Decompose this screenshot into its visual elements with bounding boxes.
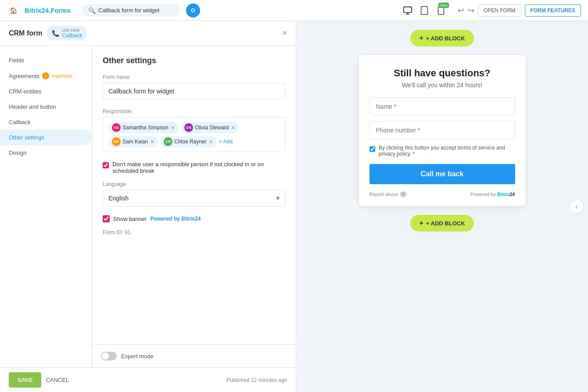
search-bar[interactable]: 🔍	[82, 5, 179, 16]
remove-ss-button[interactable]: ×	[171, 124, 175, 131]
user-name-os: Olivia Steward	[195, 125, 229, 131]
expert-mode-toggle[interactable]	[101, 352, 117, 360]
dont-make-responsible-checkbox[interactable]	[103, 162, 109, 169]
sidebar-item-design[interactable]: Design	[0, 145, 92, 160]
cancel-button[interactable]: CANCEL	[46, 377, 69, 383]
crm-form-title: CRM form	[9, 29, 42, 37]
widget-name-input[interactable]	[369, 97, 515, 116]
topbar-actions: ↩ ↪ OPEN FORM FORM FEATURES	[458, 4, 581, 17]
responsible-container: SS Samantha Simpson × OS Olivia Steward …	[103, 117, 285, 152]
content-area: Other settings Form name Responsible SS …	[92, 46, 296, 344]
widget-title: Still have questions?	[369, 68, 515, 79]
sidebar-item-header-and-button[interactable]: Header and button	[0, 99, 92, 114]
form-name-group: Form name	[103, 74, 285, 100]
user-name-cr: Chloe Rayner	[174, 139, 206, 145]
home-icon[interactable]: 🏠	[7, 4, 19, 17]
desktop-icon[interactable]	[402, 4, 414, 17]
avatar-ss: SS	[112, 123, 121, 132]
widget-card: Still have questions? We'll call you wit…	[359, 55, 526, 206]
mobile-icon-wrapper: New	[435, 4, 447, 17]
show-banner-label: Show banner	[113, 216, 147, 222]
expert-mode-label: Expert mode	[121, 353, 154, 360]
dont-make-responsible-label: Don't make user a responsible person if …	[112, 161, 285, 174]
add-block-bottom-button[interactable]: + + ADD BLOCK	[410, 215, 473, 232]
responsible-tag-os: OS Olivia Steward ×	[181, 122, 239, 133]
responsible-label: Responsible	[103, 108, 285, 114]
widget-call-back-button[interactable]: Call me back	[369, 164, 515, 184]
responsible-tag-cr: CR Chloe Rayner ×	[160, 136, 216, 147]
responsible-tag-ss: SS Samantha Simpson ×	[108, 122, 178, 133]
powered-by-widget: Powered by Bitrix24	[470, 192, 515, 197]
chevron-left-button[interactable]: ‹	[570, 200, 584, 214]
use-case-text: use case	[62, 28, 82, 32]
report-abuse-label: Report abuse	[369, 192, 398, 197]
help-icon: ?	[400, 191, 406, 197]
sidebar-item-other-settings[interactable]: Other settings	[0, 130, 92, 145]
svg-rect-3	[421, 6, 428, 14]
remove-sk-button[interactable]: ×	[151, 138, 154, 145]
bitrix24-powered-label: Bitrix24	[181, 216, 201, 222]
avatar-sk: SK	[112, 137, 121, 146]
form-name-label: Form name	[103, 74, 285, 80]
form-features-button[interactable]: FORM FEATURES	[525, 4, 581, 17]
avatar-cr: CR	[164, 137, 172, 146]
undo-button[interactable]: ↩	[458, 6, 464, 15]
plus-icon-bottom: +	[419, 219, 423, 227]
language-select-wrapper: English French German Spanish ▼	[103, 190, 285, 207]
search-input[interactable]	[98, 7, 164, 14]
bitrix-blue-label: Bitrix	[497, 192, 509, 197]
widget-subtitle: We'll call you within 24 hours!	[369, 82, 515, 89]
sidebar-nav: Fields Agreements i important CRM entiti…	[0, 46, 92, 367]
language-group: Language English French German Spanish ▼	[103, 181, 285, 207]
form-name-input[interactable]	[103, 83, 285, 100]
redo-button[interactable]: ↪	[468, 6, 474, 15]
powered-by-label: Powered by Bitrix24	[151, 216, 201, 222]
user-name-ss: Samantha Simpson	[122, 125, 169, 131]
sidebar-item-agreements[interactable]: Agreements i important	[0, 68, 92, 84]
language-label: Language	[103, 181, 285, 187]
content-title: Other settings	[103, 56, 285, 65]
user-name-sk: Sam Kwan	[122, 139, 148, 145]
add-block-bottom-label: + ADD BLOCK	[426, 220, 465, 227]
main-content: CRM form 📞 use case Callback × Fields Ag…	[0, 21, 588, 392]
published-info: Published 12 minutes ago	[226, 377, 287, 383]
report-abuse-link[interactable]: Report abuse ?	[369, 191, 406, 197]
use-case-label: Callback	[62, 32, 82, 39]
add-responsible-button[interactable]: + Add	[219, 139, 233, 145]
language-select[interactable]: English French German Spanish	[103, 190, 285, 207]
sidebar-item-fields[interactable]: Fields	[0, 53, 92, 68]
close-button[interactable]: ×	[282, 29, 287, 38]
phone-icon: 📞	[52, 30, 59, 37]
open-form-button[interactable]: OPEN FORM	[478, 4, 521, 17]
bitrix-24-label: 24	[509, 192, 515, 197]
add-block-top-button[interactable]: + + ADD BLOCK	[410, 30, 473, 46]
show-banner-checkbox[interactable]	[103, 215, 110, 222]
remove-cr-button[interactable]: ×	[209, 138, 213, 145]
widget-phone-input[interactable]	[369, 121, 515, 139]
widget-footer: Report abuse ? Powered by Bitrix24	[369, 191, 515, 197]
right-panel: + + ADD BLOCK Still have questions? We'l…	[296, 21, 588, 392]
important-badge: i	[42, 72, 49, 79]
sidebar-item-crm-entities[interactable]: CRM entities	[0, 84, 92, 99]
tablet-icon[interactable]	[418, 4, 430, 17]
dont-make-responsible-row: Don't make user a responsible person if …	[103, 161, 285, 174]
topbar: 🏠 Bitrix24.Forms 🔍 O New ↩ ↪ OPEN FORM F…	[0, 0, 588, 21]
bottom-bar: SAVE CANCEL Published 12 minutes ago	[0, 367, 296, 392]
remove-os-button[interactable]: ×	[231, 124, 235, 131]
left-panel-header: CRM form 📞 use case Callback ×	[0, 21, 296, 46]
avatar: O	[186, 4, 200, 18]
expert-mode-bar: Expert mode	[92, 344, 296, 367]
search-icon: 🔍	[88, 7, 96, 14]
show-banner-row: Show banner Powered by Bitrix24	[103, 215, 285, 222]
add-block-top-label: + ADD BLOCK	[426, 35, 465, 42]
widget-terms-checkbox[interactable]	[369, 146, 375, 153]
left-panel: CRM form 📞 use case Callback × Fields Ag…	[0, 21, 296, 392]
responsible-group: Responsible SS Samantha Simpson × OS Oli…	[103, 108, 285, 152]
responsible-tag-sk: SK Sam Kwan ×	[108, 136, 158, 147]
save-button[interactable]: SAVE	[9, 372, 41, 388]
widget-terms-label: By clicking this button you accept terms…	[379, 145, 515, 157]
plus-icon: +	[419, 34, 423, 42]
avatar-os: OS	[184, 123, 193, 132]
important-label: important	[52, 73, 72, 78]
sidebar-item-callback[interactable]: Callback	[0, 114, 92, 130]
